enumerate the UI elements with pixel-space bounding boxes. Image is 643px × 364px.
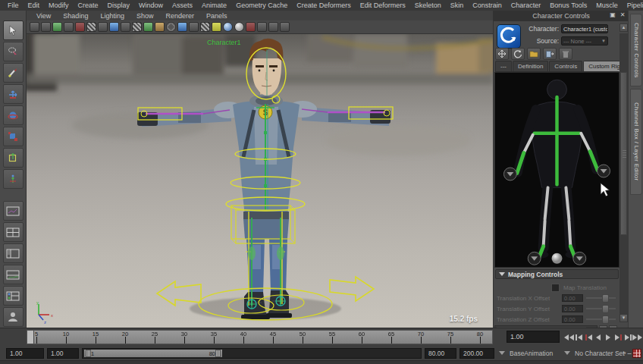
animation-end-field[interactable]: 200.00 bbox=[460, 348, 494, 359]
textured-icon[interactable] bbox=[189, 22, 199, 32]
panel-vertical-scrollbar[interactable]: ▲ ▼ bbox=[619, 24, 628, 323]
menu-item[interactable]: Animate bbox=[197, 1, 231, 11]
character-set-label[interactable]: No Character Set bbox=[575, 348, 625, 359]
move-tool[interactable] bbox=[3, 84, 24, 104]
offset-value-field[interactable]: 0.00 bbox=[562, 315, 583, 323]
field-chart-icon[interactable] bbox=[132, 22, 142, 32]
offset-slider[interactable] bbox=[586, 315, 616, 323]
paint-select-tool[interactable] bbox=[3, 63, 24, 83]
trash-icon[interactable] bbox=[559, 48, 572, 60]
current-time-field[interactable]: 1.00 bbox=[507, 331, 560, 343]
range-slider-bar[interactable]: 1 80 bbox=[84, 350, 222, 357]
single-pane-layout-button[interactable] bbox=[3, 201, 24, 221]
lock-camera-icon[interactable] bbox=[41, 22, 51, 32]
anim-layer-dropdown-icon[interactable] bbox=[499, 351, 505, 355]
character-panel-tab[interactable]: Definition bbox=[513, 61, 548, 71]
menu-item[interactable]: File bbox=[3, 1, 24, 11]
menu-item[interactable]: Character bbox=[507, 1, 546, 11]
close-panel-icon[interactable]: ✕ bbox=[619, 11, 626, 19]
folder-open-icon[interactable] bbox=[527, 48, 541, 60]
character-panel-tab[interactable]: --- bbox=[495, 61, 512, 71]
pan-character-icon[interactable] bbox=[495, 48, 509, 60]
play-backwards-button[interactable] bbox=[594, 331, 603, 343]
side-tab-character-controls[interactable]: Character Controls bbox=[630, 14, 642, 86]
go-to-end-button[interactable] bbox=[633, 331, 642, 343]
step-back-key-button[interactable] bbox=[584, 331, 593, 343]
go-to-start-button[interactable] bbox=[564, 331, 573, 343]
range-start-handle[interactable] bbox=[86, 350, 91, 357]
menu-item[interactable]: Modify bbox=[44, 1, 74, 11]
mapping-controls-header[interactable]: Mapping Controls bbox=[495, 269, 619, 279]
side-tab-channel-box[interactable]: Channel Box / Layer Editor bbox=[630, 89, 642, 195]
screen-ao-icon[interactable] bbox=[223, 22, 233, 32]
shadows-icon[interactable] bbox=[212, 22, 221, 32]
image-plane-icon[interactable] bbox=[75, 22, 85, 32]
menu-item[interactable]: Assets bbox=[168, 1, 197, 11]
range-slider[interactable]: 1 80 bbox=[82, 348, 422, 359]
panel-menu-item[interactable]: Panels bbox=[201, 12, 233, 20]
scale-tool[interactable] bbox=[3, 127, 24, 146]
grid-icon[interactable] bbox=[86, 22, 96, 32]
panel-title-bar[interactable]: Character Controls ▣ ✕ bbox=[494, 11, 629, 21]
use-all-lights-icon[interactable] bbox=[200, 22, 210, 32]
bookmark-icon[interactable] bbox=[64, 22, 74, 32]
exposure-icon[interactable] bbox=[280, 22, 290, 32]
isolate-select-icon[interactable] bbox=[246, 22, 256, 32]
wireframe-icon[interactable] bbox=[166, 22, 176, 32]
anim-layer-label[interactable]: BaseAnimation bbox=[510, 348, 553, 359]
menu-item[interactable]: Geometry Cache bbox=[231, 1, 292, 11]
menu-item[interactable]: Edit Deformers bbox=[356, 1, 410, 11]
range-end-handle[interactable] bbox=[215, 350, 221, 357]
persp-graph-layout-button[interactable] bbox=[3, 265, 24, 284]
time-slider[interactable]: 5101520253035404550556065707580 bbox=[27, 330, 493, 344]
step-forward-key-button[interactable] bbox=[613, 331, 623, 343]
menu-item[interactable]: Skin bbox=[446, 1, 469, 11]
viewport[interactable]: Character1 S bbox=[27, 34, 493, 328]
shaded-icon[interactable] bbox=[177, 22, 187, 32]
pin-panel-icon[interactable]: ▣ bbox=[609, 11, 616, 19]
animation-start-field[interactable]: 1.00 bbox=[6, 348, 44, 359]
film-gate-icon[interactable] bbox=[98, 22, 108, 32]
playback-start-field[interactable]: 1.00 bbox=[47, 348, 79, 359]
camera-icon[interactable] bbox=[30, 22, 39, 32]
four-pane-layout-button[interactable] bbox=[3, 222, 24, 242]
offset-value-field[interactable]: 0.00 bbox=[562, 294, 583, 302]
hypershade-persp-layout-button[interactable] bbox=[3, 286, 24, 306]
export-definition-icon[interactable] bbox=[543, 48, 557, 60]
panel-menu-item[interactable]: Renderer bbox=[160, 12, 199, 20]
select-tool[interactable] bbox=[3, 20, 24, 40]
menu-item[interactable]: Window bbox=[134, 1, 168, 11]
panel-menu-item[interactable]: Shading bbox=[58, 12, 93, 20]
xray-joints-icon[interactable] bbox=[268, 22, 278, 32]
character-set-dropdown-icon[interactable] bbox=[564, 351, 570, 355]
animation-preferences-icon[interactable] bbox=[632, 349, 641, 358]
offset-slider[interactable] bbox=[586, 294, 616, 302]
step-forward-frame-button[interactable] bbox=[623, 331, 632, 343]
play-forward-button[interactable] bbox=[604, 331, 613, 343]
panel-menu-item[interactable]: Show bbox=[131, 12, 159, 20]
map-translation-checkbox[interactable] bbox=[551, 284, 560, 292]
menu-item[interactable]: Pipeline Cache bbox=[623, 1, 643, 11]
sync-source-icon[interactable] bbox=[511, 48, 525, 60]
safe-title-icon[interactable] bbox=[155, 22, 165, 32]
auto-keyframe-icon[interactable]: ⚬– bbox=[622, 350, 632, 357]
show-manipulator-tool[interactable] bbox=[3, 169, 24, 189]
menu-item[interactable]: Display bbox=[103, 1, 135, 11]
menu-item[interactable]: Skeleton bbox=[410, 1, 446, 11]
universal-manipulator-tool[interactable] bbox=[3, 148, 24, 168]
lasso-select-tool[interactable] bbox=[3, 42, 24, 61]
menu-item[interactable]: Muscle bbox=[591, 1, 623, 11]
offset-value-field[interactable]: 0.00 bbox=[562, 305, 583, 312]
character-select[interactable]: Character1 (custom rig)▼ bbox=[561, 24, 608, 33]
menu-item[interactable]: Create bbox=[74, 1, 103, 11]
camera-attributes-icon[interactable] bbox=[52, 22, 62, 32]
menu-item[interactable]: Edit bbox=[24, 1, 45, 11]
outliner-persp-layout-button[interactable] bbox=[3, 243, 24, 263]
rotate-tool[interactable] bbox=[3, 105, 24, 125]
resolution-gate-icon[interactable] bbox=[109, 22, 119, 32]
scroll-up-icon[interactable]: ▲ bbox=[619, 24, 628, 32]
panel-menu-item[interactable]: View bbox=[31, 12, 56, 20]
step-back-frame-button[interactable] bbox=[574, 331, 583, 343]
panel-menu-item[interactable]: Lighting bbox=[95, 12, 130, 20]
current-frame-marker[interactable] bbox=[27, 331, 34, 344]
